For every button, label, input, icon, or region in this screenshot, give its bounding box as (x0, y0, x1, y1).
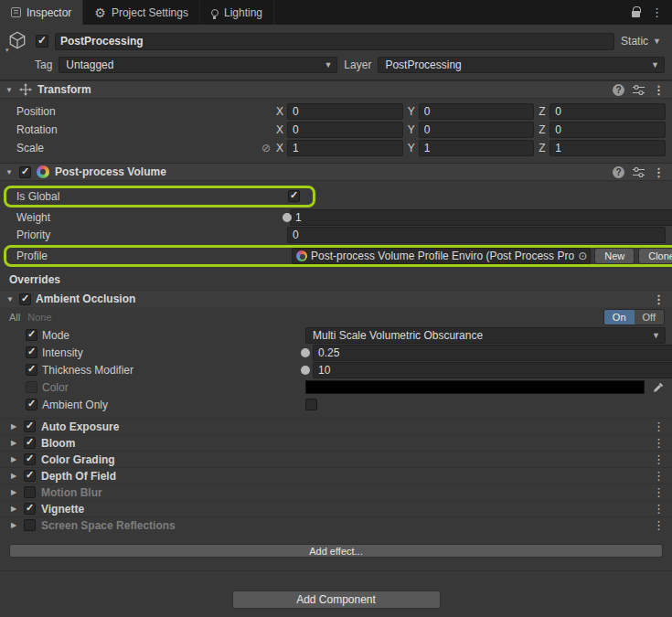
off-button[interactable]: Off (635, 310, 664, 324)
color-override-checkbox[interactable] (26, 381, 37, 393)
kebab-menu-icon[interactable]: ⋮ (653, 519, 665, 531)
mode-value: Multi Scale Volumetric Obscurance (313, 329, 647, 342)
rotation-x-field[interactable] (287, 122, 403, 138)
clone-button[interactable]: Clone (638, 248, 672, 264)
is-global-checkbox[interactable] (288, 190, 300, 202)
effect-row-vignette[interactable]: Vignette ⋮ (0, 500, 672, 516)
layer-dropdown[interactable]: PostProcessing ▼ (378, 57, 665, 73)
ambient-occlusion-header[interactable]: Ambient Occlusion ⋮ (0, 290, 672, 307)
new-button[interactable]: New (594, 248, 635, 264)
post-process-volume-header[interactable]: Post-process Volume ? ⋮ (0, 163, 672, 181)
effect-checkbox[interactable] (24, 437, 36, 449)
foldout-icon[interactable] (9, 439, 18, 447)
constrain-proportions-icon[interactable]: ⊘ (261, 142, 271, 154)
foldout-icon[interactable] (9, 422, 18, 431)
transform-header[interactable]: Transform ? ⋮ (0, 80, 672, 99)
weight-slider-knob[interactable] (283, 213, 292, 222)
foldout-icon[interactable] (9, 505, 18, 513)
thickness-slider-knob[interactable] (301, 366, 310, 375)
effect-row-depth-of-field[interactable]: Depth Of Field ⋮ (0, 467, 672, 484)
scale-y-field[interactable] (419, 140, 535, 156)
mode-override-checkbox[interactable] (26, 329, 37, 341)
position-z-field[interactable] (549, 103, 666, 120)
active-checkbox[interactable] (36, 35, 48, 48)
add-effect-button[interactable]: Add effect... (9, 544, 663, 558)
kebab-menu-icon[interactable]: ⋮ (653, 486, 665, 498)
kebab-menu-icon[interactable]: ⋮ (653, 420, 665, 432)
tab-project-settings-label: Project Settings (112, 6, 188, 19)
gameobject-icon[interactable]: ▾ (7, 30, 29, 52)
foldout-icon[interactable] (5, 295, 15, 303)
tab-inspector[interactable]: Inspector (0, 0, 83, 25)
component-enabled-checkbox[interactable] (19, 166, 31, 178)
transform-title: Transform (37, 83, 91, 96)
presets-icon[interactable] (633, 167, 645, 177)
ambient-occlusion-checkbox[interactable] (19, 293, 31, 305)
rotation-y-field[interactable] (419, 122, 535, 138)
z-axis-label: Z (539, 123, 546, 136)
foldout-icon[interactable] (9, 472, 18, 480)
effect-checkbox[interactable] (24, 470, 36, 482)
none-button[interactable]: None (27, 312, 51, 323)
rotation-z-field[interactable] (549, 122, 666, 138)
scale-z-field[interactable] (549, 140, 666, 156)
intensity-value-field[interactable] (313, 345, 672, 361)
tag-dropdown[interactable]: Untagged ▼ (59, 57, 337, 73)
object-picker-icon[interactable]: ⊙ (578, 250, 587, 262)
mode-dropdown[interactable]: Multi Scale Volumetric Obscurance ▼ (305, 327, 666, 344)
effect-row-motion-blur[interactable]: Motion Blur ⋮ (0, 484, 672, 500)
kebab-menu-icon[interactable]: ⋮ (653, 84, 665, 96)
foldout-icon[interactable] (5, 168, 14, 176)
kebab-menu-icon[interactable]: ⋮ (653, 293, 665, 305)
effect-row-bloom[interactable]: Bloom ⋮ (0, 434, 672, 451)
gameobject-name-field[interactable] (55, 33, 614, 50)
position-x-field[interactable] (287, 103, 403, 120)
thickness-value-field[interactable] (313, 362, 672, 378)
icon-picker-arrow[interactable]: ▾ (5, 47, 9, 54)
tab-lighting[interactable]: Lighting (200, 0, 274, 25)
foldout-icon[interactable] (5, 86, 14, 94)
kebab-menu-icon[interactable]: ⋮ (653, 453, 665, 465)
position-y-field[interactable] (419, 103, 535, 120)
kebab-menu-icon[interactable]: ⋮ (653, 437, 665, 449)
ambient-only-override-checkbox[interactable] (26, 399, 37, 410)
all-button[interactable]: All (9, 312, 20, 323)
foldout-icon[interactable] (9, 488, 18, 496)
effect-checkbox[interactable] (24, 519, 36, 531)
intensity-slider-knob[interactable] (301, 348, 310, 357)
tab-project-settings[interactable]: ⚙ Project Settings (83, 0, 200, 25)
help-icon[interactable]: ? (613, 84, 624, 96)
color-swatch[interactable] (305, 380, 645, 394)
weight-value-field[interactable] (290, 209, 672, 226)
effect-row-auto-exposure[interactable]: Auto Exposure ⋮ (0, 418, 672, 434)
foldout-icon[interactable] (9, 455, 18, 463)
post-process-volume-title: Post-process Volume (55, 165, 166, 178)
foldout-icon[interactable] (9, 521, 18, 529)
ambient-only-row: Ambient Only (0, 396, 672, 413)
presets-icon[interactable] (633, 85, 645, 95)
effect-checkbox[interactable] (24, 453, 36, 465)
help-icon[interactable]: ? (613, 166, 624, 178)
add-component-button[interactable]: Add Component (232, 590, 441, 609)
eyedropper-icon[interactable] (653, 382, 666, 393)
effect-label: Vignette (41, 503, 84, 516)
thickness-override-checkbox[interactable] (26, 364, 37, 376)
intensity-override-checkbox[interactable] (26, 346, 37, 358)
lock-icon[interactable] (632, 11, 640, 17)
is-global-highlight: Is Global (4, 186, 315, 207)
static-dropdown[interactable]: Static ▼ (621, 35, 665, 48)
effect-row-color-grading[interactable]: Color Grading ⋮ (0, 451, 672, 467)
tab-menu-icon[interactable]: ⋮ (651, 6, 663, 18)
scale-x-field[interactable] (287, 140, 403, 156)
effect-checkbox[interactable] (24, 486, 36, 498)
priority-value-field[interactable] (287, 227, 666, 243)
effect-row-screen-space-reflections[interactable]: Screen Space Reflections ⋮ (0, 516, 672, 533)
on-button[interactable]: On (604, 310, 635, 324)
effect-checkbox[interactable] (24, 503, 36, 515)
profile-object-field[interactable]: Post-process Volume Profile Enviro (Post… (292, 248, 591, 264)
effect-checkbox[interactable] (24, 420, 36, 432)
ambient-only-checkbox[interactable] (305, 399, 317, 410)
kebab-menu-icon[interactable]: ⋮ (653, 166, 665, 178)
kebab-menu-icon[interactable]: ⋮ (653, 470, 665, 482)
kebab-menu-icon[interactable]: ⋮ (653, 503, 665, 515)
